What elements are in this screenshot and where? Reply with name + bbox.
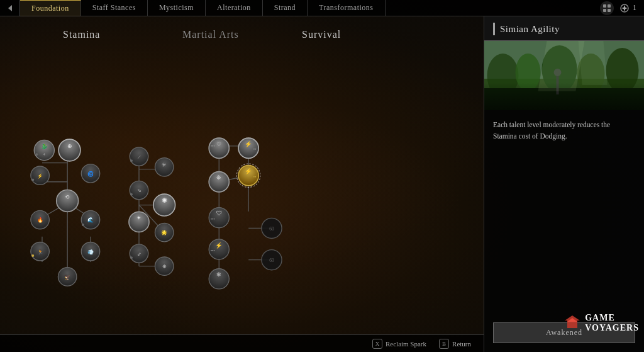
svg-rect-2 [608,4,611,8]
panel-title-line [493,23,495,35]
svg-text:🌀: 🌀 [87,171,94,177]
navigation-bar: Foundation Staff Stances Mysticism Alter… [0,0,644,16]
svg-text:⚡: ⚡ [37,173,43,179]
tab-alteration[interactable]: Alteration [206,0,263,16]
svg-text:•••: ••• [211,217,215,221]
svg-text:💨: 💨 [87,249,94,255]
svg-point-95 [487,54,519,98]
chevron-icon [564,313,581,333]
panel-image [484,41,644,110]
svg-text:⟋: ⟋ [136,154,142,160]
svg-point-102 [554,69,562,76]
svg-point-98 [577,54,605,94]
panel-description: Each talent level moderately reduces the… [484,110,644,317]
svg-text:60: 60 [269,226,274,232]
spark-icon [619,3,630,14]
skill-tree-area: Stamina Martial Arts Survival [0,16,484,352]
svg-text:••: •• [253,174,257,179]
svg-text:❊: ❊ [216,174,221,181]
tab-mysticism[interactable]: Mysticism [148,0,206,16]
svg-text:⇘: ⇘ [137,188,142,194]
svg-rect-4 [608,9,611,12]
svg-text:•••: ••• [211,144,215,148]
logo-game: GAME [585,313,615,323]
svg-point-17 [35,153,38,156]
svg-text:❋: ❋ [162,264,167,270]
tab-foundation[interactable]: Foundation [20,0,81,16]
svg-text:🛡: 🛡 [216,210,222,217]
svg-point-58 [130,256,133,259]
svg-point-99 [606,48,639,93]
tab-strand[interactable]: Strand [263,0,308,16]
svg-rect-94 [484,41,644,79]
svg-text:🌊: 🌊 [87,217,94,223]
svg-text:⚡: ⚡ [245,167,252,175]
watermark: GAME VOYAGERS [564,313,639,333]
svg-point-97 [542,45,577,93]
tab-staff-stances[interactable]: Staff Stances [81,0,148,16]
right-panel: Simian Agility [484,16,644,352]
skill-tree-svg: 🐉 4 ⊕ ⚡ 🌀 ⟲ 🔥 🌊 [0,33,320,352]
svg-text:⟲: ⟲ [65,194,70,200]
svg-point-14 [34,140,54,160]
reclaim-action: X Reclaim Spark [372,339,426,349]
svg-text:••: •• [253,147,257,151]
svg-point-18 [58,139,80,161]
svg-text:⇙: ⇙ [137,251,142,257]
nav-right-section: 1 [600,1,644,15]
svg-point-31 [82,224,84,226]
svg-marker-0 [8,5,12,11]
svg-rect-104 [579,41,608,85]
svg-text:✺: ✺ [162,196,167,204]
main-area: Stamina Martial Arts Survival [0,16,644,352]
logo-voyagers: VOYAGERS [585,323,639,333]
svg-rect-100 [484,88,644,110]
panel-title: Simian Agility [500,24,560,35]
return-key[interactable]: B [439,339,449,349]
svg-text:4: 4 [43,152,45,156]
watermark-logo: GAME VOYAGERS [564,313,639,333]
svg-rect-3 [603,9,606,12]
svg-text:♡: ♡ [216,141,221,147]
svg-point-51 [130,193,133,196]
svg-text:•••: ••• [211,248,215,253]
svg-text:🐉: 🐉 [42,144,48,149]
bottom-bar: X Reclaim Spark B Return [0,334,484,352]
reclaim-label: Reclaim Spark [386,340,426,348]
settings-icon[interactable] [600,1,614,15]
return-label: Return [452,340,471,348]
svg-text:✳: ✳ [162,162,167,168]
forest-background [484,41,644,110]
tab-transformations[interactable]: Transformations [308,0,385,16]
svg-text:🦅: 🦅 [64,274,71,280]
svg-rect-1 [603,4,606,8]
nav-back-icon[interactable] [0,0,20,16]
svg-point-46 [130,159,133,162]
svg-text:⚡: ⚡ [245,140,252,148]
panel-title-bar: Simian Agility [484,16,644,41]
svg-rect-93 [484,41,644,110]
svg-point-22 [31,178,34,181]
svg-text:🔥: 🔥 [37,217,44,223]
svg-rect-101 [557,76,559,94]
svg-point-96 [516,54,541,91]
svg-text:✴: ✴ [136,215,142,221]
svg-point-25 [57,190,79,212]
svg-text:⊕: ⊕ [67,143,72,149]
svg-point-34 [31,254,34,257]
return-action: B Return [439,339,471,349]
spark-counter: 1 [619,3,636,14]
reclaim-key[interactable]: X [372,339,382,349]
svg-text:❃: ❃ [216,271,221,278]
logo-text: GAME VOYAGERS [585,313,639,333]
svg-text:⚡: ⚡ [215,242,223,249]
svg-text:60: 60 [269,258,274,263]
svg-rect-103 [538,41,584,91]
svg-text:🏃: 🏃 [37,249,44,255]
svg-text:🌟: 🌟 [161,229,168,236]
